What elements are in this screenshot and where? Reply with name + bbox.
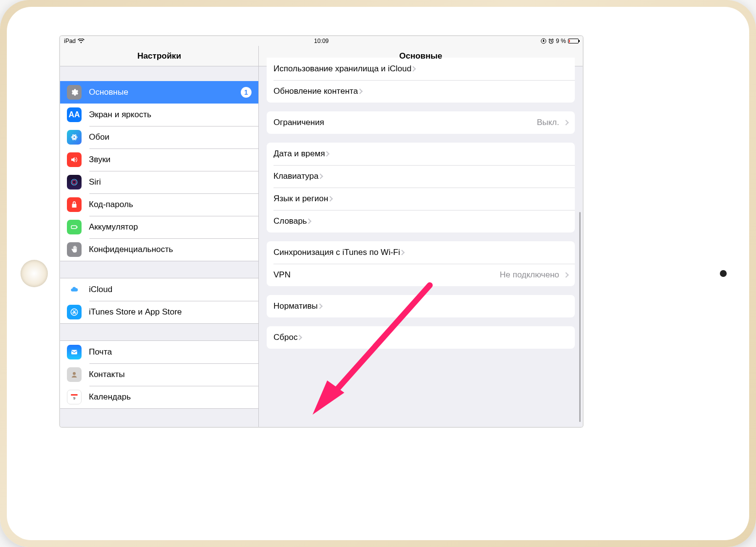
ipad-screen: iPad 10:09 9 % [60, 36, 583, 427]
row-label: Дата и время [273, 149, 325, 159]
detail-row-dictionary[interactable]: Словарь [267, 210, 575, 232]
row-label: Использование хранилища и iCloud [273, 64, 411, 74]
sidebar-item-label: Код-пароль [89, 200, 133, 210]
sidebar-item-label: Обои [89, 132, 109, 142]
detail-row-restrictions[interactable]: Ограничения Выкл. [267, 111, 575, 134]
battery-percent: 9 % [556, 38, 566, 44]
device-label: iPad [64, 38, 76, 44]
display-icon: AA [67, 107, 82, 122]
sidebar-item-general[interactable]: Основные 1 [60, 81, 258, 104]
sidebar-scroll[interactable]: Основные 1 AA Экран и яркость [60, 66, 258, 427]
detail-row-background-refresh[interactable]: Обновление контента [267, 80, 575, 103]
chevron-right-icon [317, 303, 322, 309]
sidebar-item-label: Siri [89, 177, 101, 187]
appstore-icon [67, 305, 82, 319]
sidebar-item-label: Календарь [89, 392, 131, 402]
chevron-right-icon [411, 66, 416, 71]
row-label: Нормативы [273, 301, 318, 311]
sidebar-item-mail[interactable]: Почта [60, 341, 258, 363]
siri-icon [67, 175, 82, 189]
row-value: Не подключено [500, 270, 559, 280]
row-value: Выкл. [537, 118, 559, 127]
alarm-icon [548, 39, 554, 44]
chevron-right-icon [317, 173, 323, 179]
chevron-right-icon [563, 120, 568, 125]
svg-rect-8 [71, 226, 77, 229]
sidebar-item-label: iCloud [89, 285, 112, 295]
detail-row-language[interactable]: Язык и регион [267, 188, 575, 210]
sidebar-item-display[interactable]: AA Экран и яркость [60, 104, 258, 126]
sidebar-item-privacy[interactable]: Конфиденциальность [60, 238, 258, 261]
sidebar-item-label: Почта [89, 347, 112, 357]
calendar-icon: 9 [67, 390, 82, 404]
detail-row-itunes-wifi[interactable]: Синхронизация с iTunes по Wi-Fi [267, 241, 575, 264]
sidebar-item-label: Экран и яркость [89, 110, 151, 120]
sidebar-item-wallpaper[interactable]: Обои [60, 126, 258, 148]
contacts-icon [67, 367, 82, 382]
detail-group-storage: Использование хранилища и iCloud Обновле… [267, 58, 575, 103]
row-label: Ограничения [273, 118, 324, 127]
battery-icon [67, 220, 82, 234]
detail-group-restrictions: Ограничения Выкл. [267, 111, 575, 134]
svg-rect-9 [77, 227, 78, 228]
sidebar-item-label: Основные [89, 87, 128, 97]
chevron-right-icon [563, 272, 568, 277]
chevron-right-icon [327, 196, 333, 201]
row-label: Сброс [273, 333, 297, 342]
detail-row-reset[interactable]: Сброс [267, 326, 575, 349]
detail-row-datetime[interactable]: Дата и время [267, 143, 575, 165]
detail-group-reset: Сброс [267, 326, 575, 349]
status-bar: iPad 10:09 9 % [60, 36, 583, 46]
row-label: Словарь [273, 216, 307, 226]
sidebar-item-contacts[interactable]: Контакты [60, 363, 258, 386]
detail-group-locale: Дата и время Клавиатура Язык и регион [267, 143, 575, 232]
row-label: Синхронизация с iTunes по Wi-Fi [273, 248, 400, 257]
lock-icon [67, 197, 82, 212]
svg-text:9: 9 [73, 396, 75, 400]
chevron-right-icon [399, 250, 405, 255]
row-label: Язык и регион [273, 194, 328, 204]
sidebar-item-label: iTunes Store и App Store [89, 307, 182, 317]
sidebar-item-icloud[interactable]: iCloud [60, 278, 258, 301]
icloud-icon [67, 282, 82, 297]
sidebar-item-battery[interactable]: Аккумулятор [60, 216, 258, 238]
svg-point-7 [72, 180, 76, 184]
svg-point-12 [73, 372, 76, 375]
orientation-lock-icon [541, 38, 546, 44]
detail-row-storage[interactable]: Использование хранилища и iCloud [267, 58, 575, 80]
sidebar-item-passcode[interactable]: Код-пароль [60, 193, 258, 216]
sidebar-item-siri[interactable]: Siri [60, 171, 258, 193]
sidebar-item-label: Аккумулятор [89, 222, 138, 232]
detail-group-network: Синхронизация с iTunes по Wi-Fi VPN Не п… [267, 241, 575, 286]
ipad-bezel: iPad 10:09 9 % [7, 7, 749, 540]
sidebar-item-label: Звуки [89, 155, 110, 165]
chevron-right-icon [306, 218, 312, 224]
sidebar-item-sounds[interactable]: Звуки [60, 148, 258, 171]
sidebar-item-label: Конфиденциальность [89, 245, 173, 254]
svg-rect-13 [71, 394, 78, 396]
settings-sidebar: Настройки Основные 1 AA [60, 46, 259, 427]
detail-row-keyboard[interactable]: Клавиатура [267, 165, 575, 188]
home-button[interactable] [21, 260, 48, 287]
sidebar-item-label: Контакты [89, 370, 125, 379]
battery-icon [568, 39, 579, 43]
chevron-right-icon [324, 151, 330, 156]
detail-pane: Основные Использование хранилища и iClou… [259, 46, 583, 427]
sidebar-item-calendar[interactable]: 9 Календарь [60, 386, 258, 408]
sidebar-item-appstore[interactable]: iTunes Store и App Store [60, 301, 258, 323]
sidebar-group-3: Почта Контакты 9 [60, 340, 258, 409]
wallpaper-icon [67, 130, 82, 145]
row-label: VPN [273, 270, 291, 280]
detail-group-regulatory: Нормативы [267, 295, 575, 317]
split-view: Настройки Основные 1 AA [60, 46, 583, 427]
detail-scroll[interactable]: Использование хранилища и iCloud Обновле… [259, 58, 583, 418]
detail-row-vpn[interactable]: VPN Не подключено [267, 264, 575, 286]
sidebar-title: Настройки [60, 46, 258, 66]
detail-row-regulatory[interactable]: Нормативы [267, 295, 575, 317]
ipad-frame: iPad 10:09 9 % [0, 0, 756, 547]
front-camera [720, 270, 727, 277]
wifi-icon [78, 39, 84, 43]
row-label: Клавиатура [273, 171, 318, 181]
gear-icon [67, 85, 82, 100]
badge-count: 1 [241, 87, 252, 98]
